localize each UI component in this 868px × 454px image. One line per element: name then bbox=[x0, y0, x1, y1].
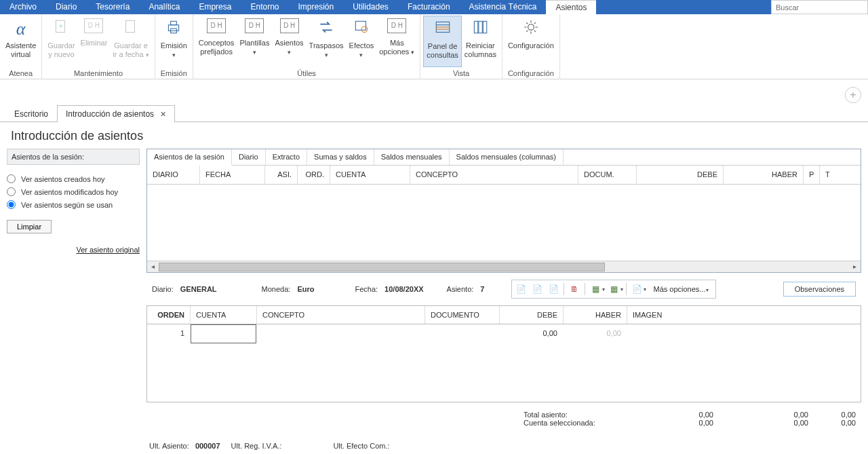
radio-label: Ver asientos modificados hoy bbox=[21, 188, 118, 196]
inner-tab-saldos-col[interactable]: Saldos mensuales (columnas) bbox=[450, 149, 564, 165]
ecol-concepto[interactable]: CONCEPTO bbox=[257, 306, 425, 324]
ecol-documento[interactable]: DOCUMENTO bbox=[425, 306, 500, 324]
cell-debe[interactable]: 0,00 bbox=[500, 324, 564, 345]
ribbon-asistente-virtual[interactable]: α Asistentevirtual bbox=[3, 16, 39, 67]
inner-tab-saldos[interactable]: Saldos mensuales bbox=[374, 149, 450, 165]
print-icon bbox=[163, 18, 184, 40]
scroll-thumb[interactable] bbox=[159, 263, 605, 271]
ribbon-label: Másopciones ▾ bbox=[379, 39, 414, 57]
tb-doc-more-icon[interactable]: 📄 bbox=[629, 282, 644, 297]
document-tabs: Escritorio Introducción de asientos ✕ bbox=[0, 105, 868, 122]
ult-asiento-value: 000007 bbox=[195, 442, 220, 450]
ecol-cuenta[interactable]: CUENTA bbox=[191, 306, 257, 324]
ribbon-efectos[interactable]: Efectos▾ bbox=[347, 16, 377, 67]
col-haber[interactable]: HABER bbox=[724, 166, 804, 184]
svg-point-15 bbox=[528, 24, 534, 31]
ribbon-emision[interactable]: Emisión▾ bbox=[158, 16, 190, 67]
menu-diario[interactable]: Diario bbox=[46, 0, 86, 14]
observaciones-button[interactable]: Observaciones bbox=[783, 282, 856, 297]
ribbon-conceptos[interactable]: D H Conceptosprefijados bbox=[196, 16, 237, 67]
inner-tab-sumas[interactable]: Sumas y saldos bbox=[307, 149, 374, 165]
total-haber: 0,00 bbox=[713, 411, 808, 419]
menu-analitica[interactable]: Analítica bbox=[139, 0, 189, 14]
ribbon-configuracion[interactable]: Configuración bbox=[505, 16, 557, 67]
menu-entorno[interactable]: Entorno bbox=[241, 0, 288, 14]
ribbon-guardar-fecha[interactable]: Guardar eir a fecha ▾ bbox=[110, 16, 151, 67]
col-t[interactable]: T bbox=[820, 166, 836, 184]
cell-documento[interactable] bbox=[425, 324, 500, 345]
limpiar-button[interactable]: Limpiar bbox=[7, 220, 52, 233]
menu-asientos[interactable]: Asientos bbox=[546, 0, 596, 14]
ribbon-group-label: Configuración bbox=[505, 67, 557, 79]
ribbon-guardar-nuevo[interactable]: + Guardary nuevo bbox=[45, 16, 77, 67]
ribbon-asientos-util[interactable]: D H Asientos▾ bbox=[272, 16, 306, 67]
scroll-left-icon[interactable]: ◂ bbox=[147, 261, 159, 273]
svg-text:+: + bbox=[59, 22, 63, 30]
svg-point-7 bbox=[361, 26, 368, 33]
tb-grid2-icon[interactable]: ▦ bbox=[606, 282, 621, 297]
tb-doc-delete-icon[interactable]: 🗎 bbox=[567, 282, 582, 297]
total-debe: 0,00 bbox=[618, 411, 713, 419]
col-concepto[interactable]: CONCEPTO bbox=[410, 166, 578, 184]
col-ord[interactable]: ORD. bbox=[298, 166, 330, 184]
menu-archivo[interactable]: Archivo bbox=[0, 0, 46, 14]
radio-label: Ver asientos creados hoy bbox=[21, 175, 105, 183]
menu-asistencia[interactable]: Asistencia Técnica bbox=[460, 0, 547, 14]
horizontal-scrollbar[interactable]: ◂ ▸ bbox=[147, 261, 861, 272]
col-fecha[interactable]: FECHA bbox=[200, 166, 265, 184]
col-asi[interactable]: ASI. bbox=[265, 166, 298, 184]
close-icon[interactable]: ✕ bbox=[160, 110, 166, 118]
tb-doc-up-icon[interactable]: 📄 bbox=[530, 282, 545, 297]
ribbon-panel-consultas[interactable]: Panel deconsultas bbox=[423, 16, 461, 67]
col-docum[interactable]: DOCUM. bbox=[578, 166, 637, 184]
ver-asiento-original-link[interactable]: Ver asiento original bbox=[7, 246, 140, 254]
col-diario[interactable]: DIARIO bbox=[147, 166, 200, 184]
ribbon-label: Guardar eir a fecha ▾ bbox=[113, 41, 149, 60]
col-cuenta[interactable]: CUENTA bbox=[330, 166, 410, 184]
entry-toolbar: 📄 📄 📄 🗎 ▦▾ ▦▾ 📄▾ Más opciones... ▾ bbox=[511, 280, 715, 299]
ecol-orden[interactable]: ORDEN bbox=[147, 306, 191, 324]
ecol-debe[interactable]: DEBE bbox=[500, 306, 564, 324]
ecol-haber[interactable]: HABER bbox=[564, 306, 627, 324]
cell-haber[interactable]: 0,00 bbox=[564, 324, 627, 345]
radio-segun-usan[interactable]: Ver asientos según se usan bbox=[7, 200, 140, 209]
cell-concepto[interactable] bbox=[257, 324, 425, 345]
radio-modificados-hoy[interactable]: Ver asientos modificados hoy bbox=[7, 187, 140, 196]
cuenta-haber: 0,00 bbox=[713, 419, 808, 427]
tab-escritorio[interactable]: Escritorio bbox=[5, 105, 57, 122]
cell-imagen[interactable] bbox=[627, 324, 861, 345]
menu-utilidades[interactable]: Utilidades bbox=[343, 0, 398, 14]
add-tab-button[interactable]: + bbox=[845, 87, 861, 103]
cell-cuenta-input[interactable] bbox=[191, 324, 256, 343]
ribbon-eliminar[interactable]: D H Eliminar bbox=[78, 16, 111, 67]
panel-icon bbox=[432, 19, 454, 41]
menu-impresion[interactable]: Impresión bbox=[288, 0, 343, 14]
inner-tab-diario[interactable]: Diario bbox=[232, 149, 266, 165]
tab-introduccion-asientos[interactable]: Introducción de asientos ✕ bbox=[57, 105, 175, 122]
ribbon-plantillas[interactable]: D H Plantillas▾ bbox=[237, 16, 272, 67]
ribbon-label: Guardary nuevo bbox=[47, 41, 75, 59]
menu-tesoreria[interactable]: Tesorería bbox=[86, 0, 139, 14]
ribbon-mas-opciones[interactable]: D H Másopciones ▾ bbox=[376, 16, 417, 67]
tb-doc-add-icon[interactable]: 📄 bbox=[513, 282, 528, 297]
cuenta-sel-label: Cuenta seleccionada: bbox=[524, 419, 618, 427]
inner-tab-extracto[interactable]: Extracto bbox=[266, 149, 307, 165]
ecol-imagen[interactable]: IMAGEN bbox=[627, 306, 861, 324]
ribbon-group-label: Emisión bbox=[158, 67, 190, 79]
ribbon-label: Traspasos▾ bbox=[309, 41, 344, 60]
ribbon-traspasos[interactable]: Traspasos▾ bbox=[307, 16, 347, 67]
moneda-label: Moneda: bbox=[262, 285, 291, 293]
col-p[interactable]: P bbox=[804, 166, 820, 184]
menu-facturacion[interactable]: Facturación bbox=[398, 0, 460, 14]
columns-icon bbox=[469, 18, 491, 40]
inner-tab-sesion[interactable]: Asientos de la sesión bbox=[147, 149, 232, 166]
tb-doc-down-icon[interactable]: 📄 bbox=[546, 282, 561, 297]
tb-grid-icon[interactable]: ▦ bbox=[588, 282, 603, 297]
menu-empresa[interactable]: Empresa bbox=[189, 0, 241, 14]
more-options-dropdown[interactable]: Más opciones... ▾ bbox=[648, 285, 713, 293]
ribbon-reiniciar-columnas[interactable]: Reiniciarcolumnas bbox=[462, 16, 499, 67]
scroll-right-icon[interactable]: ▸ bbox=[849, 261, 861, 273]
col-debe[interactable]: DEBE bbox=[637, 166, 724, 184]
radio-creados-hoy[interactable]: Ver asientos creados hoy bbox=[7, 174, 140, 183]
search-input[interactable] bbox=[772, 1, 867, 14]
